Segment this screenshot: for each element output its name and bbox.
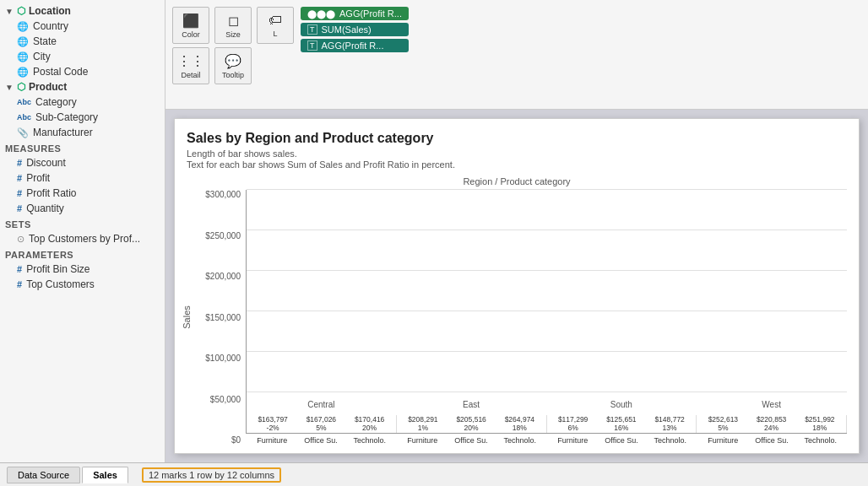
y-label-0: $0 [231,435,241,445]
detail-button[interactable]: ⋮⋮ Detail [172,47,209,84]
y-label-50k: $50,000 [210,395,241,404]
chart-subtitle1: Length of bar shows sales. [187,148,847,159]
bar-col-central-technolo.[interactable]: $170,41620% [347,415,393,433]
grid-line-100k [247,351,847,352]
bar-value-label: $117,2996% [558,415,588,432]
chevron-icon: ▼ [5,7,14,16]
x-axis-label: Furniture [249,434,296,445]
sidebar-item-city[interactable]: 🌐 City [0,49,165,64]
abc-icon: Abc [17,113,31,122]
sidebar-item-postalcode[interactable]: 🌐 Postal Code [0,64,165,79]
bar-value-label: $264,97418% [505,415,534,432]
label-icon: 🏷 [269,13,282,28]
hash-icon: # [17,203,22,213]
hash-icon: # [17,158,22,168]
size-button[interactable]: ◻ Size [214,7,252,44]
sidebar-item-profit-label: Profit [26,172,50,184]
x-axis-label: Office Su. [599,434,645,445]
bars-area: Central$163,797-2%$167,0265%$170,41620%E… [246,190,847,445]
region-group-east: East$208,2911%$205,51620%$264,97418% [397,415,547,433]
bar-value-label: $167,0265% [307,415,336,432]
grid-line-300k [247,189,847,190]
y-label-100k: $100,000 [205,354,241,363]
sidebar-item-profit[interactable]: # Profit [0,170,165,186]
pill-aggprofit2-label: AGG(Profit R... [322,40,384,51]
y-axis-label: Sales [182,305,192,329]
bar-col-south-officesu.[interactable]: $125,65116% [599,415,644,433]
sidebar-item-subcategory[interactable]: Abc Sub-Category [0,110,165,125]
grid-line-50k [247,392,847,392]
bar-col-central-furniture[interactable]: $163,797-2% [250,415,296,433]
bottom-bar: Data Source Sales 12 marks 1 row by 12 c… [0,462,868,486]
x-axis-label: Technolo. [797,434,844,445]
bar-col-west-furniture[interactable]: $252,6135% [700,415,746,433]
sidebar-section-location[interactable]: ▼ ⬡ Location [0,3,165,19]
tooltip-button[interactable]: 💬 Tooltip [214,47,252,84]
x-axis-label: Technolo. [647,434,693,445]
bar-col-east-furniture[interactable]: $208,2911% [400,415,446,433]
paperclip-icon: 📎 [17,127,29,138]
sidebar-item-profitratio[interactable]: # Profit Ratio [0,186,165,201]
bar-col-central-officesu.[interactable]: $167,0265% [298,415,344,433]
tab-sales[interactable]: Sales [82,467,128,483]
region-groups: Central$163,797-2%$167,0265%$170,41620%E… [246,190,847,434]
region-label-central: Central [247,400,396,409]
sidebar-item-quantity-label: Quantity [26,202,64,214]
sidebar-item-category-label: Category [35,96,77,108]
pill-sumsales[interactable]: T SUM(Sales) [301,23,409,36]
hash-icon: # [17,264,22,274]
sidebar-section-product[interactable]: ▼ ⬡ Product [0,79,165,94]
sidebar-item-discount-label: Discount [26,157,66,169]
marks-row-top: ⬛ Color ◻ Size 🏷 L [172,7,294,44]
label-button[interactable]: 🏷 L [257,7,294,44]
bar-col-east-officesu.[interactable]: $205,51620% [448,415,494,433]
measures-section-header: Measures [0,140,165,155]
bar-col-east-technolo.[interactable]: $264,97418% [496,415,542,433]
sidebar-item-country[interactable]: 🌐 Country [0,19,165,34]
region-group-central: Central$163,797-2%$167,0265%$170,41620% [247,415,397,433]
marks-strip: ⬛ Color ◻ Size 🏷 L ⋮⋮ Detail [165,0,868,110]
hash-icon: # [17,279,22,289]
color-icon: ⬛ [182,13,199,29]
y-label-250k: $250,000 [205,231,241,240]
pill-aggprofit2[interactable]: T AGG(Profit R... [301,39,409,52]
bar-col-west-technolo.[interactable]: $251,99218% [797,415,843,433]
pill-aggprofit[interactable]: ⬤⬤⬤ AGG(Profit R... [301,7,409,20]
bar-value-label: $148,77213% [654,415,684,432]
x-label-group-east: FurnitureOffice Su.Technolo. [396,434,546,445]
tab-datasource[interactable]: Data Source [7,467,80,483]
sidebar-item-topcustomers-param[interactable]: # Top Customers [0,277,165,292]
y-axis: Sales $300,000 $250,000 $200,000 $150,00… [187,190,246,445]
bar-col-south-technolo.[interactable]: $148,77213% [647,415,692,433]
chart-panel: Sales by Region and Product category Len… [174,118,860,454]
sidebar-item-discount[interactable]: # Discount [0,155,165,170]
sidebar-item-postalcode-label: Postal Code [33,66,88,78]
globe-icon: 🌐 [17,36,29,47]
sidebar-item-quantity[interactable]: # Quantity [0,201,165,216]
color-button[interactable]: ⬛ Color [172,7,209,44]
sidebar-item-topcustomers[interactable]: ⊙ Top Customers by Prof... [0,231,165,246]
grid-lines [247,190,847,433]
globe-icon: 🌐 [17,21,29,32]
bar-col-south-furniture[interactable]: $117,2996% [551,415,596,433]
sidebar-item-profitbinsize[interactable]: # Profit Bin Size [0,262,165,277]
globe-icon: 🌐 [17,67,29,78]
region-label-south: South [547,400,697,409]
bar-value-label: $220,85324% [757,415,786,432]
y-label-200k: $200,000 [205,272,241,281]
region-group-west: West$252,6135%$220,85324%$251,99218% [697,415,847,433]
sidebar-item-manufacturer[interactable]: 📎 Manufacturer [0,125,165,140]
bar-value-label: $125,65116% [606,415,636,432]
chevron-icon: ▼ [5,83,14,92]
x-axis-label: Technolo. [346,434,393,445]
sets-section-header: Sets [0,216,165,231]
label-btn-label: L [273,30,277,38]
pill-sumsales-label: SUM(Sales) [322,24,372,35]
bar-col-west-officesu.[interactable]: $220,85324% [749,415,795,433]
sidebar-item-category[interactable]: Abc Category [0,94,165,110]
sidebar-item-state[interactable]: 🌐 State [0,34,165,49]
y-label-150k: $150,000 [205,313,241,322]
x-axis-label: Office Su. [448,434,495,445]
globe-icon: 🌐 [17,51,29,62]
region-label-east: East [397,400,546,409]
